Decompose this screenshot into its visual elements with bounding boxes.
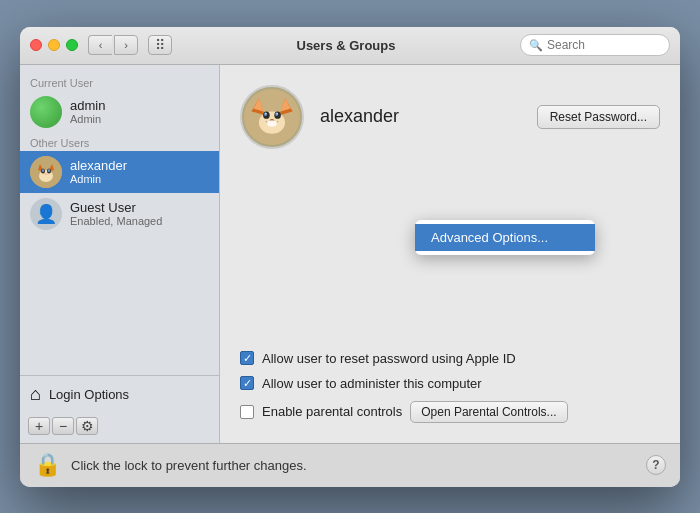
open-parental-button[interactable]: Open Parental Controls... <box>410 401 567 423</box>
alexander-name: alexander <box>70 158 127 173</box>
forward-button[interactable]: › <box>114 35 138 55</box>
close-button[interactable] <box>30 39 42 51</box>
guest-avatar: 👤 <box>30 198 62 230</box>
alexander-avatar-small <box>30 156 62 188</box>
main-panel: alexander Reset Password... ✓ Allow user… <box>220 65 680 443</box>
current-user-label: Current User <box>20 73 219 91</box>
other-users-label: Other Users <box>20 133 219 151</box>
bottom-bar: 🔒 Click the lock to prevent further chan… <box>20 443 680 487</box>
admin-role: Admin <box>70 113 105 125</box>
reset-password-button[interactable]: Reset Password... <box>537 105 660 129</box>
traffic-lights <box>30 39 78 51</box>
sidebar-actions: + − ⚙ <box>20 413 219 443</box>
context-menu-item-advanced[interactable]: Advanced Options... <box>415 224 595 251</box>
nav-buttons: ‹ › <box>88 35 138 55</box>
window-title: Users & Groups <box>172 38 520 53</box>
login-house-icon: ⌂ <box>30 384 41 405</box>
admin-avatar <box>30 96 62 128</box>
checkbox-apple-id[interactable]: ✓ <box>240 351 254 365</box>
option-row-1: ✓ Allow user to reset password using App… <box>240 351 660 366</box>
fox-icon-small <box>30 156 62 188</box>
add-user-button[interactable]: + <box>28 417 50 435</box>
svg-point-22 <box>267 120 276 127</box>
option-row-3: Enable parental controls Open Parental C… <box>240 401 660 423</box>
sidebar: Current User admin Admin Other Users <box>20 65 220 443</box>
search-box[interactable]: 🔍 <box>520 34 670 56</box>
help-button[interactable]: ? <box>646 455 666 475</box>
svg-point-6 <box>42 169 44 172</box>
guest-role: Enabled, Managed <box>70 215 162 227</box>
remove-user-button[interactable]: − <box>52 417 74 435</box>
option-row-2: ✓ Allow user to administer this computer <box>240 376 660 391</box>
svg-point-23 <box>266 120 267 121</box>
svg-point-1 <box>39 170 53 182</box>
options-section: ✓ Allow user to reset password using App… <box>240 351 660 423</box>
lock-icon[interactable]: 🔒 <box>34 452 61 478</box>
svg-point-20 <box>276 112 277 113</box>
sidebar-scroll: Current User admin Admin Other Users <box>20 65 219 375</box>
bottom-text: Click the lock to prevent further change… <box>71 458 636 473</box>
admin-name: admin <box>70 98 105 113</box>
search-input[interactable] <box>547 38 661 52</box>
svg-point-19 <box>265 112 266 113</box>
alexander-info: alexander Admin <box>70 158 127 185</box>
fox-avatar-large <box>244 89 300 145</box>
main-window: ‹ › ⠿ Users & Groups 🔍 Current User admi… <box>20 27 680 487</box>
login-options-item[interactable]: ⌂ Login Options <box>20 376 219 413</box>
option-label-1: Allow user to reset password using Apple… <box>262 351 516 366</box>
content-area: Current User admin Admin Other Users <box>20 65 680 443</box>
search-icon: 🔍 <box>529 39 543 52</box>
sidebar-bottom: ⌂ Login Options + − ⚙ <box>20 375 219 443</box>
grid-button[interactable]: ⠿ <box>148 35 172 55</box>
login-options-label: Login Options <box>49 387 129 402</box>
checkbox-parental[interactable] <box>240 405 254 419</box>
svg-point-8 <box>44 173 48 175</box>
user-header: alexander Reset Password... <box>240 85 660 149</box>
sidebar-item-admin[interactable]: admin Admin <box>20 91 219 133</box>
option-label-2: Allow user to administer this computer <box>262 376 482 391</box>
sidebar-item-guest[interactable]: 👤 Guest User Enabled, Managed <box>20 193 219 235</box>
back-button[interactable]: ‹ <box>88 35 112 55</box>
svg-point-24 <box>277 120 278 121</box>
sidebar-item-alexander[interactable]: alexander Admin <box>20 151 219 193</box>
checkbox-administer[interactable]: ✓ <box>240 376 254 390</box>
alexander-role: Admin <box>70 173 127 185</box>
guest-name: Guest User <box>70 200 162 215</box>
option-label-3: Enable parental controls <box>262 404 402 419</box>
user-big-avatar <box>240 85 304 149</box>
maximize-button[interactable] <box>66 39 78 51</box>
main-username: alexander <box>320 106 521 127</box>
svg-point-7 <box>48 169 50 172</box>
context-menu: Advanced Options... <box>415 220 595 255</box>
gear-button[interactable]: ⚙ <box>76 417 98 435</box>
guest-info: Guest User Enabled, Managed <box>70 200 162 227</box>
titlebar: ‹ › ⠿ Users & Groups 🔍 <box>20 27 680 65</box>
minimize-button[interactable] <box>48 39 60 51</box>
admin-info: admin Admin <box>70 98 105 125</box>
